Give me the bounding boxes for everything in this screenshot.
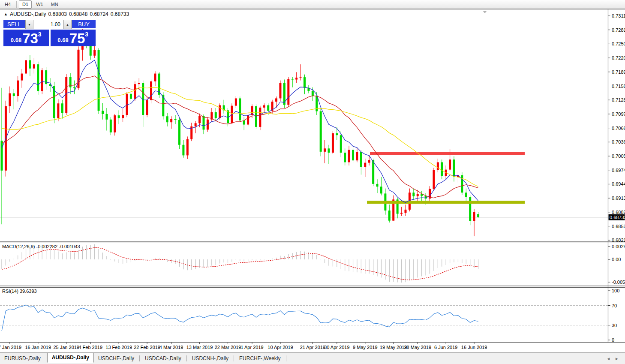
volume-input[interactable] [34, 20, 63, 29]
svg-text:0.002984: 0.002984 [612, 244, 625, 249]
svg-text:0.68733: 0.68733 [610, 215, 625, 220]
timeframe-toolbar: H4D1W1MN [0, 0, 625, 9]
svg-text:-0.005256: -0.005256 [612, 280, 625, 285]
sell-price-prefix: 0.68 [11, 37, 21, 43]
svg-text:7 Jan 2019: 7 Jan 2019 [0, 345, 21, 350]
svg-text:0.70665: 0.70665 [612, 126, 625, 131]
svg-text:0.69440: 0.69440 [612, 181, 625, 187]
ohlc-open: 0.68803 [48, 11, 67, 17]
tab-separator [234, 355, 234, 361]
svg-text:0.68825: 0.68825 [612, 210, 625, 215]
svg-text:9 May 2019: 9 May 2019 [353, 345, 377, 350]
macd-label: MACD(12,26,9) -0.002282 -0.001043 [2, 244, 80, 249]
buy-price-big: 75 [69, 32, 85, 45]
chart-area[interactable]: 0.731150.728100.725050.722000.718900.715… [0, 0, 625, 364]
buy-price-tile[interactable]: 0.68 75 3 [51, 30, 96, 46]
svg-text:0.72505: 0.72505 [612, 41, 625, 46]
ohlc-low: 0.68724 [90, 11, 108, 17]
chart-tab-usdchf-daily[interactable]: USDCHF-,Daily [94, 354, 138, 363]
chart-tab-usdcnh-daily[interactable]: USDCNH-,Daily [188, 354, 233, 363]
chart-tab-eurusd-daily[interactable]: EURUSD-,Daily [0, 354, 45, 363]
svg-text:30: 30 [612, 323, 617, 328]
tab-separator [139, 355, 140, 361]
chart-tab-audusd-daily[interactable]: AUDUSD-,Daily [47, 353, 94, 363]
svg-text:13 Mar 2019: 13 Mar 2019 [186, 345, 213, 350]
svg-text:6 Jun 2019: 6 Jun 2019 [434, 345, 457, 350]
svg-text:0.71585: 0.71585 [612, 84, 625, 89]
sell-button[interactable]: SELL [3, 20, 25, 29]
ohlc-close: 0.68733 [111, 11, 129, 17]
svg-text:4 Feb 2019: 4 Feb 2019 [78, 345, 102, 350]
timeframe-button-w1[interactable]: W1 [33, 0, 47, 9]
svg-text:0.68210: 0.68210 [612, 238, 625, 243]
buy-button[interactable]: BUY [72, 20, 96, 29]
svg-text:0.70360: 0.70360 [612, 139, 625, 144]
svg-text:28 May 2019: 28 May 2019 [404, 345, 431, 350]
timeframe-button-h4[interactable]: H4 [1, 0, 14, 9]
svg-text:0.69130: 0.69130 [612, 196, 625, 201]
volume-increase-button[interactable]: ▲ [63, 20, 72, 29]
svg-text:0.71890: 0.71890 [612, 69, 625, 75]
svg-text:25 Jan 2019: 25 Jan 2019 [53, 345, 79, 350]
one-click-trading-panel: SELL ▼ ▲ BUY 0.68 73 3 0.68 75 3 [3, 20, 96, 46]
chart-tab-eurchf-weekly[interactable]: EURCHF-,Weekly [235, 354, 285, 363]
svg-text:16 Jun 2019: 16 Jun 2019 [461, 345, 487, 350]
chart-header: ▲ AUDUSD-,Daily 0.68803 0.68848 0.68724 … [4, 11, 129, 17]
tab-separator [46, 355, 46, 361]
rsi-label: RSI(14) 39.6393 [2, 289, 37, 294]
svg-text:0.68520: 0.68520 [612, 224, 625, 229]
svg-text:0.00: 0.00 [612, 257, 621, 262]
toolbar-separator [16, 1, 17, 8]
symbol-name: AUDUSD-,Daily [10, 11, 46, 17]
svg-text:0: 0 [612, 337, 614, 343]
svg-text:0.73115: 0.73115 [612, 13, 625, 18]
ohlc-high: 0.68848 [69, 11, 87, 17]
tab-separator [186, 355, 187, 361]
mt4-window: 0.731150.728100.725050.722000.718900.715… [0, 0, 625, 364]
svg-text:16 Jan 2019: 16 Jan 2019 [25, 345, 51, 350]
svg-text:0.69745: 0.69745 [612, 168, 625, 173]
svg-text:70: 70 [612, 303, 617, 308]
timeframe-button-d1[interactable]: D1 [19, 0, 32, 9]
timeframe-button-mn[interactable]: MN [48, 0, 62, 9]
chart-tab-bar: EURUSD-,DailyAUDUSD-,DailyUSDCHF-,DailyU… [0, 352, 625, 363]
svg-text:13 Feb 2019: 13 Feb 2019 [105, 345, 132, 350]
svg-text:10 Apr 2019: 10 Apr 2019 [267, 345, 293, 350]
svg-text:22 Mar 2019: 22 Mar 2019 [215, 345, 241, 350]
tab-scroll-left-icon[interactable]: ◄ [606, 356, 610, 361]
sell-price-tile[interactable]: 0.68 73 3 [3, 30, 49, 46]
svg-text:100: 100 [612, 288, 619, 293]
volume-decrease-button[interactable]: ▼ [25, 20, 33, 29]
buy-price-sup: 3 [85, 31, 88, 38]
svg-text:0.70050: 0.70050 [612, 153, 625, 159]
buy-price-prefix: 0.68 [57, 37, 68, 43]
tab-scroll-arrows: ◄► [606, 356, 625, 363]
symbol-up-triangle-icon: ▲ [4, 12, 8, 16]
svg-text:19 May 2019: 19 May 2019 [380, 345, 407, 350]
svg-text:21 Apr 2019: 21 Apr 2019 [300, 345, 325, 350]
svg-text:0.70970: 0.70970 [612, 111, 625, 117]
svg-text:0.72810: 0.72810 [612, 27, 625, 33]
tab-separator [286, 355, 286, 361]
svg-text:30 Apr 2019: 30 Apr 2019 [324, 345, 349, 350]
svg-text:1 Apr 2019: 1 Apr 2019 [240, 345, 263, 350]
sell-price-sup: 3 [38, 31, 42, 38]
svg-text:4 Mar 2019: 4 Mar 2019 [159, 345, 183, 350]
chart-tab-usdcad-daily[interactable]: USDCAD-,Daily [141, 354, 186, 363]
sell-price-big: 73 [22, 32, 38, 45]
svg-text:22 Feb 2019: 22 Feb 2019 [134, 345, 160, 350]
svg-text:0.72200: 0.72200 [612, 55, 625, 60]
tab-scroll-right-icon[interactable]: ► [615, 356, 619, 361]
svg-text:0.71280: 0.71280 [612, 97, 625, 102]
